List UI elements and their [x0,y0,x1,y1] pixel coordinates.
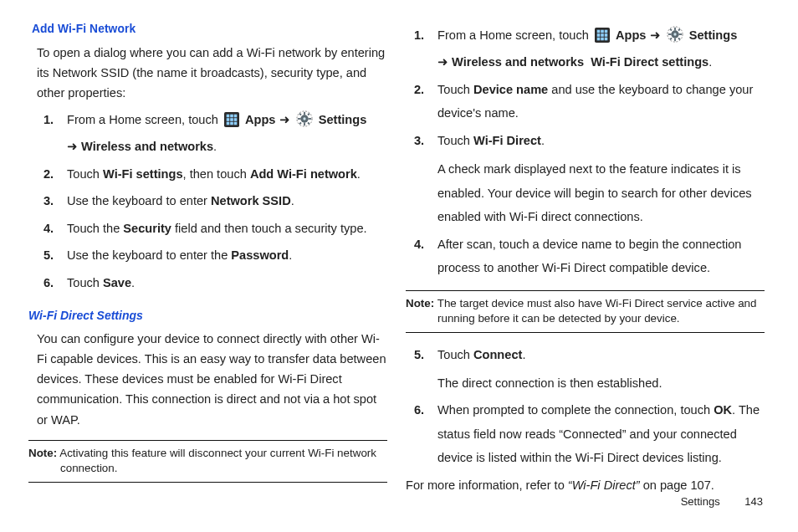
step-6: 6. Touch Save. [43,271,387,294]
rstep-6: 6. When prompted to complete the connect… [414,398,765,469]
intro-text: To open a dialog where you can add a Wi-… [37,43,387,103]
heading-add-wifi: Add Wi-Fi Network [32,20,387,39]
note-right: Note: The target device must also have W… [406,290,765,333]
step-2: 2. Touch Wi-Fi settings, then touch Add … [43,162,387,186]
step-4: 4. Touch the Security field and then tou… [43,217,387,240]
apps-icon [224,111,239,135]
heading-wifi-direct: Wi-Fi Direct Settings [28,306,387,325]
gear-icon [667,26,683,50]
wifi-direct-steps: 1. From a Home screen, touch Apps ➜ Sett… [414,23,765,280]
step-1: 1. From a Home screen, touch Apps ➜ Sett… [43,108,387,159]
step-3: 3. Use the keyboard to enter Network SSI… [43,189,387,212]
rstep-4: 4. After scan, touch a device name to be… [414,233,765,280]
step-5: 5. Use the keyboard to enter the Passwor… [43,243,387,267]
rstep-5: 5. Touch Connect. The direct connection … [414,343,765,396]
rstep-2: 2. Touch Device name and use the keyboar… [414,78,765,125]
page-columns: Add Wi-Fi Network To open a dialog where… [37,20,765,495]
gear-icon [296,110,313,135]
rstep-3-body: A check mark displayed next to the featu… [437,157,765,228]
wifi-direct-intro: You can configure your device to connect… [37,329,387,429]
add-wifi-steps: 1. From a Home screen, touch Apps ➜ Sett… [37,108,387,294]
step-number: 1. [43,108,67,159]
right-column: 1. From a Home screen, touch Apps ➜ Sett… [414,20,765,495]
step-body: From a Home screen, touch Apps ➜ Setting… [67,108,387,159]
rstep-1: 1. From a Home screen, touch Apps ➜ Sett… [414,23,765,74]
footer-section: Settings [681,495,720,508]
wifi-direct-steps-cont: 5. Touch Connect. The direct connection … [414,343,765,470]
rstep-3: 3. Touch Wi-Fi Direct. A check mark disp… [414,129,765,229]
note-left: Note: Activating this feature will disco… [28,440,387,483]
page-footer: Settings 143 [681,493,763,510]
left-column: Add Wi-Fi Network To open a dialog where… [37,20,387,495]
apps-icon [595,27,610,50]
footer-page: 143 [744,495,763,508]
